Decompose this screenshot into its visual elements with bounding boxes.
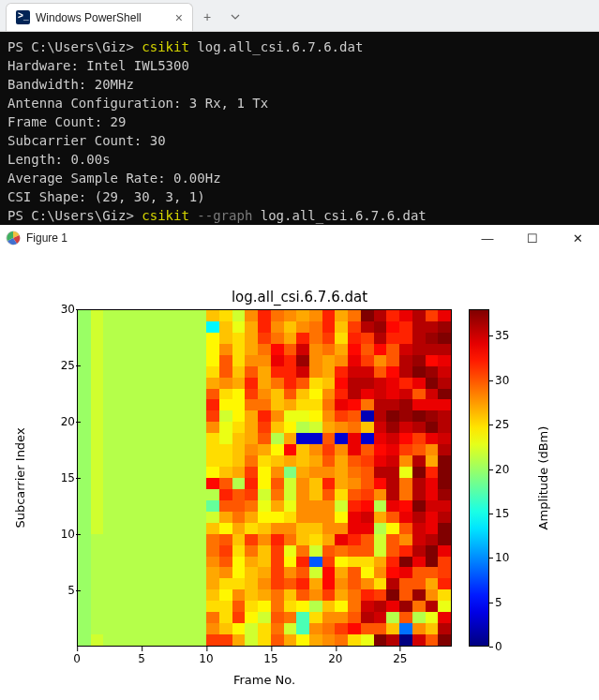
cmd-1: csikit [142, 39, 189, 54]
maximize-button[interactable]: ☐ [517, 231, 548, 246]
x-axis-label: Frame No. [77, 673, 452, 687]
figure-titlebar: Figure 1 — ☐ ✕ [0, 225, 599, 251]
plot-area: log.all_csi.6.7.6.dat Subcarrier Index F… [0, 251, 599, 700]
new-tab-button[interactable]: + [193, 3, 221, 31]
out-line-7: CSI Shape: (29, 30, 3, 1) [7, 189, 205, 204]
powershell-icon [16, 10, 30, 24]
colorbar [469, 309, 489, 647]
terminal-output[interactable]: PS C:\Users\Giz> csikit log.all_csi.6.7.… [0, 32, 599, 232]
out-line-1: Bandwidth: 20MHz [7, 77, 134, 92]
out-line-6: Average Sample Rate: 0.00Hz [7, 171, 221, 186]
window-controls: — ☐ ✕ [472, 231, 593, 246]
figure-window: Figure 1 — ☐ ✕ log.all_csi.6.7.6.dat Sub… [0, 225, 599, 700]
close-button[interactable]: ✕ [562, 231, 593, 246]
figure-title: Figure 1 [26, 231, 67, 245]
terminal-window: Windows PowerShell × + PS C:\Users\Giz> … [0, 0, 599, 232]
arg-2: log.all_csi.6.7.6.dat [261, 208, 427, 223]
prompt-1: PS C:\Users\Giz> [7, 39, 134, 54]
matplotlib-icon [6, 231, 21, 246]
out-line-5: Length: 0.00s [7, 152, 111, 167]
tab-title: Windows PowerShell [36, 11, 142, 24]
tab-close-button[interactable]: × [175, 11, 183, 24]
colorbar-ticks: 05101520253035 [495, 309, 523, 647]
out-line-4: Subcarrier Count: 30 [7, 133, 166, 148]
flag-2: --graph [197, 208, 252, 223]
arg-1: log.all_csi.6.7.6.dat [197, 39, 363, 54]
tab-dropdown-button[interactable] [221, 3, 249, 31]
out-line-2: Antenna Configuration: 3 Rx, 1 Tx [7, 96, 268, 111]
chart-title: log.all_csi.6.7.6.dat [0, 289, 599, 305]
terminal-tab-powershell[interactable]: Windows PowerShell × [6, 3, 193, 31]
out-line-3: Frame Count: 29 [7, 114, 126, 129]
prompt-2: PS C:\Users\Giz> [7, 208, 134, 223]
cmd-2: csikit [142, 208, 189, 223]
terminal-titlebar: Windows PowerShell × + [0, 0, 599, 32]
heatmap-axes [77, 309, 452, 647]
colorbar-label: Amplitude (dBm) [536, 309, 550, 647]
y-ticks: 51015202530 [47, 309, 75, 647]
y-axis-label: Subcarrier Index [13, 309, 27, 647]
minimize-button[interactable]: — [472, 231, 503, 246]
out-line-0: Hardware: Intel IWL5300 [7, 58, 189, 73]
heatmap-grid [78, 310, 451, 646]
